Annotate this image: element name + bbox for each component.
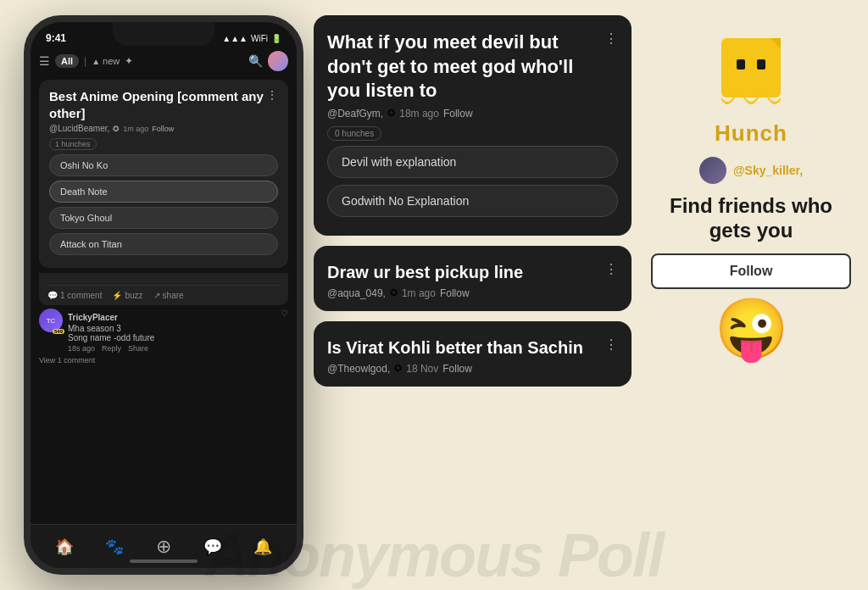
phone-mockup: 9:41 ▲▲▲ WiFi 🔋 ☰ All | ▲ new ✦ 🔍 — [24, 15, 303, 575]
feed-card-2-header: Draw ur best pickup line ⋮ — [327, 261, 618, 283]
profile-username: @Sky_killer, — [733, 164, 803, 177]
feed-card-1-time: 18m ago — [399, 108, 439, 120]
comment-icon: 💬 — [47, 291, 58, 300]
post-footer: 💬 1 comment ⚡ buzz ↗ share — [39, 273, 288, 305]
feed-card-2-verified-icon: ✪ — [390, 287, 398, 298]
feed-card-2: Draw ur best pickup line ⋮ @aqua_049, ✪ … — [314, 246, 632, 311]
post-username: @LucidBeamer, — [49, 124, 109, 133]
arrow-up-icon: ▲ — [92, 57, 100, 66]
buzz-action[interactable]: ⚡ buzz — [112, 291, 142, 300]
svg-rect-2 — [757, 59, 765, 70]
feed-card-2-time: 1m ago — [402, 287, 436, 299]
comment-item: TC 549 TrickyPlacer Mha season 3 Song na… — [39, 309, 288, 353]
feed-option-god[interactable]: Godwith No Explanation — [327, 185, 618, 217]
nav-new[interactable]: ▲ new — [92, 56, 120, 66]
feed-card-3-menu-icon[interactable]: ⋮ — [604, 337, 618, 353]
feed-card-1-username: @DeafGym, — [327, 108, 383, 120]
feed-card-3-verified-icon: ✪ — [394, 363, 402, 374]
follow-button[interactable]: Follow — [651, 253, 851, 289]
buzz-icon: ⚡ — [112, 291, 122, 300]
phone-post-card: Best Anime Opening [comment any other] ⋮… — [39, 80, 288, 268]
phone-screen: 9:41 ▲▲▲ WiFi 🔋 ☰ All | ▲ new ✦ 🔍 — [31, 22, 297, 568]
share-icon: ↗ — [153, 291, 160, 300]
sparkle-icon[interactable]: ✦ — [125, 55, 133, 67]
profile-row: @Sky_killer, — [699, 157, 803, 184]
feed-card-2-menu-icon[interactable]: ⋮ — [604, 261, 618, 277]
home-indicator — [130, 559, 198, 563]
phone-body: 9:41 ▲▲▲ WiFi 🔋 ☰ All | ▲ new ✦ 🔍 — [24, 15, 303, 575]
hunch-mascot-icon — [713, 34, 789, 110]
hunches-count: 1 hunches — [49, 138, 97, 150]
post-meta: @LucidBeamer, ✪ 1m ago Follow — [49, 124, 278, 133]
verified-icon: ✪ — [113, 125, 120, 133]
feed-card-1-meta: @DeafGym, ✪ 18m ago Follow — [327, 108, 618, 120]
post-time: 1m ago — [123, 125, 148, 133]
feed-card-3-username: @Theowlgod, — [327, 363, 390, 375]
comment-body: TrickyPlacer Mha season 3 Song name -odd… — [68, 309, 288, 353]
feed-card-3-follow-button[interactable]: Follow — [442, 363, 472, 375]
feed-card-1-menu-icon[interactable]: ⋮ — [604, 31, 618, 47]
feed-option-devil[interactable]: Devil with explanation — [327, 146, 618, 178]
brand-name: Hunch — [715, 120, 787, 147]
comments-count[interactable]: 💬 1 comment — [47, 291, 102, 300]
like-icon[interactable]: ♡ — [281, 309, 288, 318]
comment-reply-button[interactable]: Reply — [102, 344, 121, 353]
comment-line1: Mha season 3 — [68, 324, 154, 333]
svg-rect-1 — [737, 59, 745, 70]
share-action[interactable]: ↗ share — [153, 291, 184, 300]
feed-card-1-hunches: 0 hunches — [327, 126, 381, 141]
all-badge[interactable]: All — [55, 54, 79, 68]
comment-time: 18s ago — [68, 344, 95, 353]
comment-share-button[interactable]: Share — [128, 344, 148, 353]
commenter-badge: 549 — [53, 329, 64, 334]
right-panel: Hunch @Sky_killer, Find friends who gets… — [651, 34, 851, 359]
feed-card-3-meta: @Theowlgod, ✪ 18 Nov Follow — [327, 363, 618, 375]
svg-rect-0 — [721, 38, 781, 97]
feed-container: What if you meet devil but don't get to … — [314, 15, 632, 387]
post-title: Best Anime Opening [comment any other] — [49, 88, 266, 121]
feed-card-2-follow-button[interactable]: Follow — [440, 287, 470, 299]
profile-avatar — [699, 157, 726, 184]
nav-bell-icon[interactable]: 🔔 — [248, 532, 277, 561]
option-tokyo-ghoul[interactable]: Tokyo Ghoul — [49, 207, 278, 229]
comment-actions: 18s ago Reply Share — [68, 344, 288, 353]
user-avatar[interactable] — [268, 51, 288, 71]
feed-card-1: What if you meet devil but don't get to … — [314, 15, 632, 236]
search-icon[interactable]: 🔍 — [248, 54, 263, 68]
feed-card-1-verified-icon: ✪ — [387, 108, 395, 119]
nav-chat-icon[interactable]: 💬 — [198, 532, 227, 561]
commenter-avatar: TC 549 — [39, 309, 63, 332]
nav-add-icon[interactable]: ⊕ — [151, 531, 176, 563]
option-attack-on-titan[interactable]: Attack on Titan — [49, 233, 278, 255]
commenter-username: TrickyPlacer — [68, 313, 118, 322]
tagline: Find friends who gets you — [651, 194, 851, 243]
nav-paw-icon[interactable]: 🐾 — [100, 532, 129, 561]
feed-card-1-follow-button[interactable]: Follow — [443, 108, 473, 120]
feed-card-2-username: @aqua_049, — [327, 287, 386, 299]
view-more-button[interactable]: View 1 comment — [39, 356, 288, 365]
nav-divider: | — [84, 55, 86, 67]
feed-card-3-header: Is Virat Kohli better than Sachin ⋮ — [327, 337, 618, 359]
feed-card-2-meta: @aqua_049, ✪ 1m ago Follow — [327, 287, 618, 299]
feed-card-3-title: Is Virat Kohli better than Sachin — [327, 337, 604, 359]
comment-section: TC 549 TrickyPlacer Mha season 3 Song na… — [39, 309, 288, 365]
status-time: 9:41 — [46, 32, 66, 44]
hamburger-icon[interactable]: ☰ — [39, 54, 50, 68]
option-oshi-no-ko[interactable]: Oshi No Ko — [49, 154, 278, 176]
feed-card-3-time: 18 Nov — [406, 363, 438, 375]
option-death-note[interactable]: Death Note — [49, 181, 278, 203]
feed-card-3: Is Virat Kohli better than Sachin ⋮ @The… — [314, 321, 632, 387]
comment-line2: Song name -odd future — [68, 333, 154, 342]
post-follow-button[interactable]: Follow — [152, 125, 174, 133]
feed-card-2-title: Draw ur best pickup line — [327, 261, 604, 283]
post-footer-actions: 💬 1 comment ⚡ buzz ↗ share — [47, 285, 280, 300]
winking-emoji: 😜 — [715, 299, 788, 359]
status-icons: ▲▲▲ WiFi 🔋 — [222, 34, 281, 43]
post-menu-icon[interactable]: ⋮ — [266, 88, 278, 102]
top-nav: ☰ All | ▲ new ✦ 🔍 — [31, 47, 297, 75]
post-header: Best Anime Opening [comment any other] ⋮ — [49, 88, 278, 121]
phone-notch — [113, 22, 214, 46]
nav-home-icon[interactable]: 🏠 — [50, 532, 79, 561]
feed-card-1-header: What if you meet devil but don't get to … — [327, 31, 618, 103]
feed-card-1-title: What if you meet devil but don't get to … — [327, 31, 604, 103]
